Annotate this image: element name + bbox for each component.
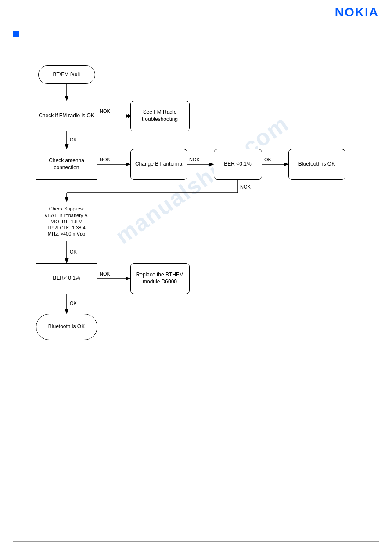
section-bullet	[13, 31, 19, 37]
node-ber2: BER< 0.1%	[36, 263, 97, 294]
node-ber1: BER <0.1%	[214, 149, 262, 180]
node-see-fm: See FM Radio troubleshooting	[130, 101, 190, 131]
node-bt-ok1: Bluetooth is OK	[288, 149, 345, 180]
node-btfm-fault: BT/FM fault	[38, 65, 95, 84]
svg-text:NOK: NOK	[240, 184, 251, 189]
node-replace-bthfm: Replace the BTHFM module D6000	[130, 263, 190, 294]
svg-text:NOK: NOK	[100, 271, 111, 276]
footer-line	[13, 541, 379, 542]
node-change-bt-antenna: Change BT antenna	[130, 149, 187, 180]
svg-text:OK: OK	[70, 137, 77, 142]
svg-text:NOK: NOK	[189, 157, 200, 162]
svg-text:NOK: NOK	[100, 109, 111, 114]
node-check-supplies: Check Supplies:VBAT_BT=battery V.VIO_BT=…	[36, 202, 97, 241]
flowchart: manualshive.com OK NOK NOK NOK OK NOK	[12, 44, 381, 439]
node-check-antenna: Check antenna connection	[36, 149, 97, 180]
header: NOKIA	[0, 0, 392, 23]
svg-text:NOK: NOK	[100, 157, 111, 162]
node-bt-ok2: Bluetooth is OK	[36, 314, 97, 340]
svg-text:OK: OK	[70, 249, 77, 254]
nokia-logo: NOKIA	[335, 5, 379, 19]
svg-text:OK: OK	[70, 301, 77, 306]
svg-text:OK: OK	[264, 157, 272, 162]
node-check-fm: Check if FM radio is OK	[36, 101, 97, 131]
header-line	[13, 23, 379, 23]
